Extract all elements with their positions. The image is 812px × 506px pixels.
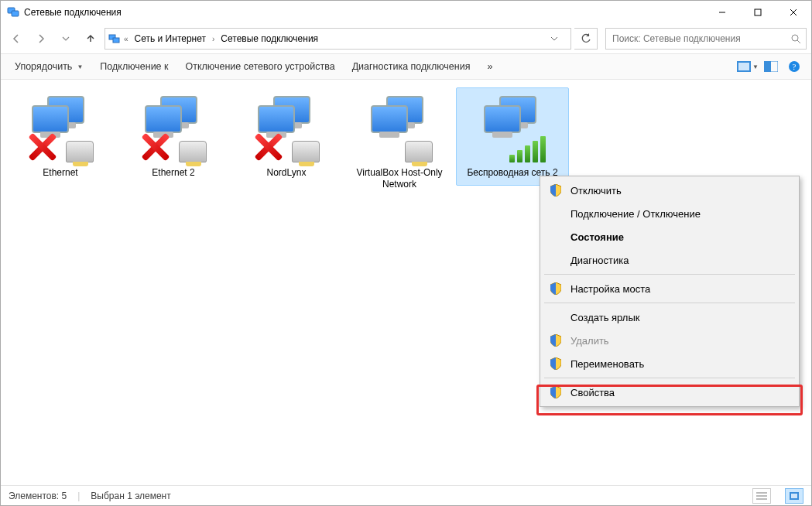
svg-rect-1 bbox=[12, 11, 19, 16]
address-bar[interactable]: « Сеть и Интернет › Сетевые подключения bbox=[104, 28, 571, 50]
shield-icon bbox=[549, 282, 563, 296]
help-button[interactable]: ? bbox=[783, 57, 805, 76]
status-count: Элементов: 5 bbox=[9, 491, 67, 501]
window-title: Сетевые подключения bbox=[24, 7, 704, 18]
ctx-diagnose[interactable]: Диагностика bbox=[543, 248, 797, 272]
title-bar: Сетевые подключения bbox=[1, 1, 811, 24]
ctx-create-shortcut[interactable]: Создать ярлык bbox=[543, 306, 797, 329]
network-disabled-icon bbox=[139, 93, 208, 162]
network-disabled-icon bbox=[252, 93, 321, 162]
disable-device-button[interactable]: Отключение сетевого устройства bbox=[178, 58, 343, 75]
app-icon bbox=[7, 6, 19, 19]
shield-icon bbox=[549, 183, 563, 197]
breadcrumb-level2[interactable]: Сетевые подключения bbox=[218, 32, 321, 46]
status-selection: Выбран 1 элемент bbox=[91, 491, 170, 501]
svg-point-8 bbox=[792, 35, 798, 41]
organize-menu[interactable]: Упорядочить▼ bbox=[7, 58, 91, 75]
connection-item-ethernet2[interactable]: Ethernet 2 bbox=[117, 87, 230, 186]
ctx-separator bbox=[544, 274, 795, 275]
shield-icon bbox=[549, 385, 563, 399]
context-menu: Отключить Подключение / Отключение Состо… bbox=[540, 176, 800, 407]
ctx-disable[interactable]: Отключить bbox=[543, 179, 797, 202]
items-view[interactable]: Ethernet Ethernet 2 NordLynx VirtualBox … bbox=[1, 80, 811, 487]
connection-item-wireless[interactable]: Беспроводная сеть 2 bbox=[456, 87, 569, 186]
details-pane-button[interactable] bbox=[760, 57, 782, 76]
command-bar: Упорядочить▼ Подключение к Отключение се… bbox=[1, 53, 811, 80]
ctx-rename[interactable]: Переименовать bbox=[543, 352, 797, 375]
connection-item-ethernet[interactable]: Ethernet bbox=[4, 87, 117, 186]
shield-icon bbox=[549, 357, 563, 371]
connection-item-nordlynx[interactable]: NordLynx bbox=[230, 87, 343, 186]
item-label: NordLynx bbox=[234, 167, 339, 179]
shield-icon bbox=[549, 333, 563, 347]
item-label: Ethernet bbox=[8, 167, 113, 179]
details-view-button[interactable] bbox=[752, 488, 771, 504]
svg-rect-13 bbox=[764, 61, 771, 72]
diagnose-button[interactable]: Диагностика подключения bbox=[344, 58, 478, 75]
up-button[interactable] bbox=[80, 28, 101, 50]
item-label: Ethernet 2 bbox=[121, 167, 226, 179]
svg-rect-20 bbox=[791, 494, 797, 498]
search-icon bbox=[790, 33, 801, 44]
refresh-button[interactable] bbox=[574, 28, 598, 50]
connection-item-virtualbox[interactable]: VirtualBox Host-Only Network bbox=[343, 87, 456, 197]
search-input[interactable] bbox=[611, 32, 790, 45]
ctx-separator bbox=[544, 303, 795, 303]
address-dropdown-icon[interactable] bbox=[550, 35, 567, 43]
ctx-properties[interactable]: Свойства bbox=[543, 381, 797, 404]
preview-pane-button[interactable]: ▼ bbox=[737, 57, 759, 76]
ctx-separator bbox=[544, 378, 795, 378]
ctx-bridge[interactable]: Настройка моста bbox=[543, 277, 797, 300]
breadcrumb-chevron-icon: › bbox=[212, 35, 214, 43]
toolbar-overflow[interactable]: » bbox=[479, 58, 500, 75]
svg-text:?: ? bbox=[793, 62, 797, 71]
ctx-toggle-connection[interactable]: Подключение / Отключение bbox=[543, 202, 797, 225]
svg-rect-7 bbox=[113, 38, 119, 43]
network-wired-icon bbox=[365, 93, 434, 162]
svg-line-9 bbox=[797, 40, 800, 43]
minimize-button[interactable] bbox=[704, 1, 740, 24]
breadcrumb-level1[interactable]: Сеть и Интернет bbox=[132, 32, 209, 46]
icons-view-button[interactable] bbox=[785, 488, 803, 504]
connect-to-button[interactable]: Подключение к bbox=[92, 58, 176, 75]
nav-row: « Сеть и Интернет › Сетевые подключения bbox=[1, 24, 811, 53]
address-root-icon bbox=[108, 32, 121, 45]
back-button[interactable] bbox=[5, 28, 27, 50]
maximize-button[interactable] bbox=[740, 1, 776, 24]
ctx-status[interactable]: Состояние bbox=[543, 225, 797, 248]
network-disabled-icon bbox=[26, 93, 95, 162]
breadcrumb-sep-icon: « bbox=[124, 35, 128, 43]
close-button[interactable] bbox=[776, 1, 811, 24]
recent-locations-button[interactable] bbox=[55, 28, 77, 50]
item-label: VirtualBox Host-Only Network bbox=[347, 167, 452, 190]
forward-button[interactable] bbox=[30, 28, 52, 50]
network-wifi-icon bbox=[478, 93, 547, 162]
svg-rect-3 bbox=[755, 9, 761, 15]
svg-rect-11 bbox=[738, 63, 749, 70]
ctx-delete: Удалить bbox=[543, 329, 797, 352]
window-controls bbox=[704, 1, 811, 24]
status-bar: Элементов: 5 | Выбран 1 элемент bbox=[1, 485, 811, 505]
search-box[interactable] bbox=[605, 28, 807, 50]
